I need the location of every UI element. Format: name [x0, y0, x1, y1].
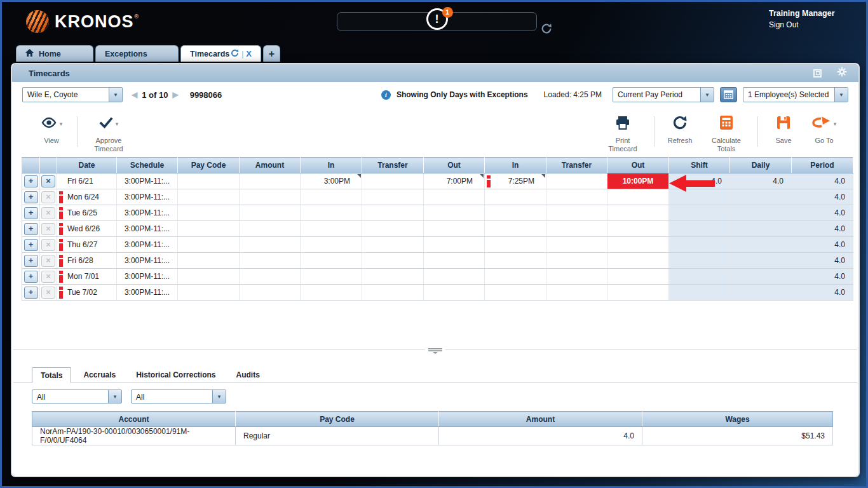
- in-cell[interactable]: [301, 285, 362, 301]
- in-cell[interactable]: [485, 285, 546, 301]
- out-cell[interactable]: [607, 253, 669, 269]
- in-cell[interactable]: 7:25PM: [485, 173, 546, 189]
- in-cell[interactable]: [301, 237, 362, 253]
- prev-employee-button[interactable]: ◀: [132, 90, 137, 99]
- out-cell[interactable]: [607, 237, 669, 253]
- add-row-button[interactable]: +: [24, 207, 38, 219]
- amount-cell[interactable]: [240, 173, 301, 189]
- refresh-button[interactable]: Refresh: [665, 115, 695, 145]
- tab-close-icon[interactable]: X: [246, 49, 252, 58]
- in-cell[interactable]: [301, 189, 362, 205]
- transfer-cell[interactable]: [362, 221, 424, 237]
- amount-cell[interactable]: [240, 189, 301, 205]
- transfer-cell[interactable]: [546, 205, 607, 221]
- in-cell[interactable]: [485, 221, 546, 237]
- out-cell[interactable]: [607, 205, 669, 221]
- pay-code-cell[interactable]: [178, 269, 240, 285]
- sign-out-link[interactable]: Sign Out: [769, 20, 835, 29]
- maximize-icon[interactable]: [813, 69, 822, 78]
- detail-tab-audits[interactable]: Audits: [228, 367, 268, 383]
- amount-cell[interactable]: [240, 205, 301, 221]
- in-cell[interactable]: 3:00PM: [301, 173, 362, 189]
- amount-cell[interactable]: [240, 253, 301, 269]
- transfer-cell[interactable]: [362, 269, 424, 285]
- out-cell[interactable]: [424, 285, 485, 301]
- pay-code-cell[interactable]: [178, 237, 240, 253]
- in-cell[interactable]: [301, 269, 362, 285]
- out-cell[interactable]: [424, 205, 485, 221]
- tab-home[interactable]: Home: [16, 45, 93, 62]
- transfer-cell[interactable]: [546, 285, 607, 301]
- save-button[interactable]: Save: [768, 115, 799, 145]
- add-row-button[interactable]: +: [24, 255, 38, 267]
- detail-tab-totals[interactable]: Totals: [32, 367, 71, 383]
- in-cell[interactable]: [485, 269, 546, 285]
- add-row-button[interactable]: +: [24, 175, 38, 187]
- in-cell[interactable]: [301, 205, 362, 221]
- transfer-cell[interactable]: [362, 173, 424, 189]
- pay-period-select[interactable]: Current Pay Period ▼: [613, 87, 714, 102]
- detail-tab-accruals[interactable]: Accruals: [75, 367, 124, 383]
- calendar-button[interactable]: [720, 87, 737, 102]
- transfer-cell[interactable]: [546, 237, 607, 253]
- in-cell[interactable]: [485, 237, 546, 253]
- employees-selected-select[interactable]: 1 Employee(s) Selected ▼: [743, 87, 848, 102]
- add-row-button[interactable]: +: [24, 271, 38, 283]
- out-cell[interactable]: [424, 269, 485, 285]
- transfer-cell[interactable]: [362, 253, 424, 269]
- out-cell[interactable]: [607, 189, 669, 205]
- tab-refresh-icon[interactable]: [231, 49, 239, 59]
- transfer-cell[interactable]: [362, 285, 424, 301]
- view-button[interactable]: ▾ View: [36, 115, 67, 145]
- transfer-cell[interactable]: [362, 189, 424, 205]
- pay-code-cell[interactable]: [178, 253, 240, 269]
- amount-cell[interactable]: [240, 237, 301, 253]
- account-filter-select[interactable]: All ▼: [32, 390, 122, 403]
- add-row-button[interactable]: +: [24, 223, 38, 235]
- out-cell[interactable]: [424, 237, 485, 253]
- tab-timecards[interactable]: Timecards | X: [180, 45, 261, 62]
- pay-code-cell[interactable]: [178, 221, 240, 237]
- in-cell[interactable]: [485, 253, 546, 269]
- in-cell[interactable]: [301, 221, 362, 237]
- print-timecard-button[interactable]: Print Timecard: [602, 115, 644, 153]
- in-cell[interactable]: [485, 205, 546, 221]
- transfer-cell[interactable]: [546, 221, 607, 237]
- transfer-cell[interactable]: [362, 237, 424, 253]
- gear-icon[interactable]: [837, 67, 847, 79]
- in-cell[interactable]: [485, 189, 546, 205]
- paycode-filter-select[interactable]: All ▼: [131, 390, 226, 403]
- out-cell[interactable]: [424, 189, 485, 205]
- out-cell[interactable]: [424, 253, 485, 269]
- out-cell[interactable]: [607, 269, 669, 285]
- employee-select[interactable]: Wile E, Coyote ▼: [22, 87, 123, 102]
- amount-cell[interactable]: [240, 269, 301, 285]
- new-tab-button[interactable]: +: [263, 45, 280, 62]
- tab-exceptions[interactable]: Exceptions: [95, 45, 179, 62]
- approve-timecard-button[interactable]: ▾ Approve Timecard: [88, 115, 130, 153]
- detail-tab-historical-corrections[interactable]: Historical Corrections: [128, 367, 224, 383]
- pay-code-cell[interactable]: [178, 173, 240, 189]
- transfer-cell[interactable]: [546, 189, 607, 205]
- topbar-refresh-icon[interactable]: [541, 23, 552, 37]
- splitter-handle[interactable]: [425, 347, 445, 355]
- pay-code-cell[interactable]: [178, 205, 240, 221]
- add-row-button[interactable]: +: [24, 239, 38, 251]
- add-row-button[interactable]: +: [24, 191, 38, 203]
- in-cell[interactable]: [301, 253, 362, 269]
- transfer-cell[interactable]: [362, 205, 424, 221]
- goto-button[interactable]: ▾ Go To: [809, 115, 839, 145]
- pay-code-cell[interactable]: [178, 189, 240, 205]
- amount-cell[interactable]: [240, 285, 301, 301]
- amount-cell[interactable]: [240, 221, 301, 237]
- out-cell[interactable]: [424, 221, 485, 237]
- add-row-button[interactable]: +: [24, 287, 38, 299]
- transfer-cell[interactable]: [546, 173, 607, 189]
- calculate-totals-button[interactable]: Calculate Totals: [705, 115, 747, 153]
- transfer-cell[interactable]: [546, 269, 607, 285]
- transfer-cell[interactable]: [546, 253, 607, 269]
- next-employee-button[interactable]: ▶: [172, 90, 178, 99]
- out-cell[interactable]: [607, 221, 669, 237]
- delete-row-button[interactable]: ×: [41, 175, 55, 187]
- out-cell[interactable]: 10:00PM: [607, 173, 669, 189]
